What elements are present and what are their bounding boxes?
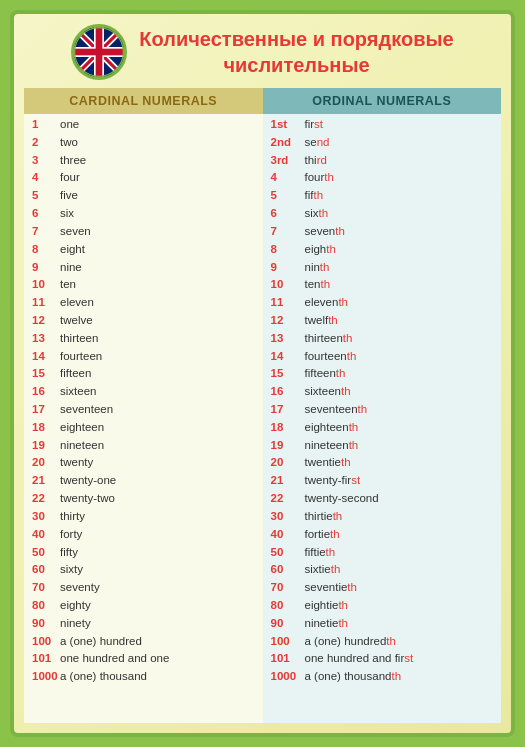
table-row: 10 tenth	[271, 276, 494, 294]
ordinal-base: a (one) hundred	[305, 633, 387, 651]
ordinal-number: 16	[271, 383, 305, 401]
ordinal-base: twentie	[305, 454, 341, 472]
cardinal-number: 4	[32, 169, 60, 187]
cardinal-word: fifteen	[60, 365, 91, 383]
table-row: 1000 a (one) thousandth	[271, 668, 494, 686]
table-row: 12 twelfth	[271, 312, 494, 330]
table-row: 3 three	[32, 152, 255, 170]
cardinal-word: eighteen	[60, 419, 104, 437]
ordinal-suffix: th	[335, 223, 345, 241]
table-row: 14 fourteen	[32, 348, 255, 366]
ordinal-base: seventie	[305, 579, 348, 597]
cardinal-word: seventy	[60, 579, 100, 597]
ordinal-suffix: th	[330, 526, 340, 544]
ordinal-suffix: st	[404, 650, 413, 668]
cardinal-number: 40	[32, 526, 60, 544]
cardinal-number: 11	[32, 294, 60, 312]
cardinal-number: 30	[32, 508, 60, 526]
table-row: 4 four	[32, 169, 255, 187]
ordinal-number: 80	[271, 597, 305, 615]
cardinal-word: a (one) thousand	[60, 668, 147, 686]
table-row: 101 one hundred and one	[32, 650, 255, 668]
cardinal-number: 22	[32, 490, 60, 508]
ordinal-suffix: st	[314, 116, 323, 134]
table-row: 21 twenty-one	[32, 472, 255, 490]
cardinal-word: one hundred and one	[60, 650, 169, 668]
table-row: 8 eighth	[271, 241, 494, 259]
ordinal-suffix: th	[347, 579, 357, 597]
table-row: 5 fifth	[271, 187, 494, 205]
ordinal-number: 4	[271, 169, 305, 187]
cardinal-word: sixteen	[60, 383, 96, 401]
cardinal-number: 7	[32, 223, 60, 241]
cardinal-number: 5	[32, 187, 60, 205]
cardinal-number: 90	[32, 615, 60, 633]
ordinal-number: 9	[271, 259, 305, 277]
table-row: 5 five	[32, 187, 255, 205]
cardinal-word: a (one) hundred	[60, 633, 142, 651]
ordinal-base: ten	[305, 276, 321, 294]
ordinal-base: nineteen	[305, 437, 349, 455]
ordinal-suffix: th	[341, 383, 351, 401]
ordinal-number: 2nd	[271, 134, 305, 152]
table-row: 13 thirteenth	[271, 330, 494, 348]
table-row: 100 a (one) hundredth	[271, 633, 494, 651]
ordinal-number: 60	[271, 561, 305, 579]
svg-rect-8	[74, 49, 124, 56]
ordinal-number: 6	[271, 205, 305, 223]
cardinal-number: 8	[32, 241, 60, 259]
ordinal-number: 11	[271, 294, 305, 312]
ordinal-number: 14	[271, 348, 305, 366]
ordinal-suffix: th	[341, 454, 351, 472]
ordinal-base: a (one) thousand	[305, 668, 392, 686]
cardinal-number: 2	[32, 134, 60, 152]
cardinal-word: sixty	[60, 561, 83, 579]
ordinal-base: thirtie	[305, 508, 333, 526]
ordinal-base: thi	[305, 152, 317, 170]
ordinal-suffix: th	[326, 241, 336, 259]
ordinal-base: fifteen	[305, 365, 336, 383]
ordinal-number: 100	[271, 633, 305, 651]
cardinal-word: eighty	[60, 597, 91, 615]
cardinal-word: eight	[60, 241, 85, 259]
cardinal-word: eleven	[60, 294, 94, 312]
numerals-table: CARDINAL NUMERALS ORDINAL NUMERALS 1 one…	[24, 88, 501, 723]
cardinal-number: 80	[32, 597, 60, 615]
cardinal-word: nine	[60, 259, 82, 277]
table-row: 22 twenty-two	[32, 490, 255, 508]
cardinal-word: three	[60, 152, 86, 170]
table-row: 30 thirtieth	[271, 508, 494, 526]
cardinal-word: nineteen	[60, 437, 104, 455]
table-row: 70 seventieth	[271, 579, 494, 597]
cardinal-word: one	[60, 116, 79, 134]
ordinal-suffix: th	[338, 294, 348, 312]
table-row: 9 ninth	[271, 259, 494, 277]
cardinal-word: twenty	[60, 454, 93, 472]
cardinal-word: twenty-two	[60, 490, 115, 508]
ordinal-base: twelf	[305, 312, 329, 330]
ordinal-suffix: nd	[317, 134, 330, 152]
cardinal-word: ten	[60, 276, 76, 294]
ordinal-base: sixteen	[305, 383, 341, 401]
cardinal-word: ninety	[60, 615, 91, 633]
table-header: CARDINAL NUMERALS ORDINAL NUMERALS	[24, 88, 501, 114]
table-row: 60 sixty	[32, 561, 255, 579]
cardinal-number: 50	[32, 544, 60, 562]
ordinal-suffix: th	[333, 508, 343, 526]
cardinal-number: 1000	[32, 668, 60, 686]
ordinal-suffix: th	[358, 401, 368, 419]
ordinal-suffix: th	[328, 312, 338, 330]
ordinal-base: four	[305, 169, 325, 187]
table-row: 90 ninety	[32, 615, 255, 633]
table-row: 16 sixteen	[32, 383, 255, 401]
table-row: 1st first	[271, 116, 494, 134]
ordinal-base: twenty-fir	[305, 472, 352, 490]
cardinal-column: 1 one2 two3 three4 four5 five6 six7 seve…	[24, 114, 263, 723]
ordinal-base: eleven	[305, 294, 339, 312]
table-row: 15 fifteen	[32, 365, 255, 383]
ordinal-suffix: th	[343, 330, 353, 348]
ordinal-number: 90	[271, 615, 305, 633]
ordinal-base: fir	[305, 116, 315, 134]
header: Количественные и порядковые числительные	[71, 24, 453, 80]
ordinal-base: seven	[305, 223, 336, 241]
